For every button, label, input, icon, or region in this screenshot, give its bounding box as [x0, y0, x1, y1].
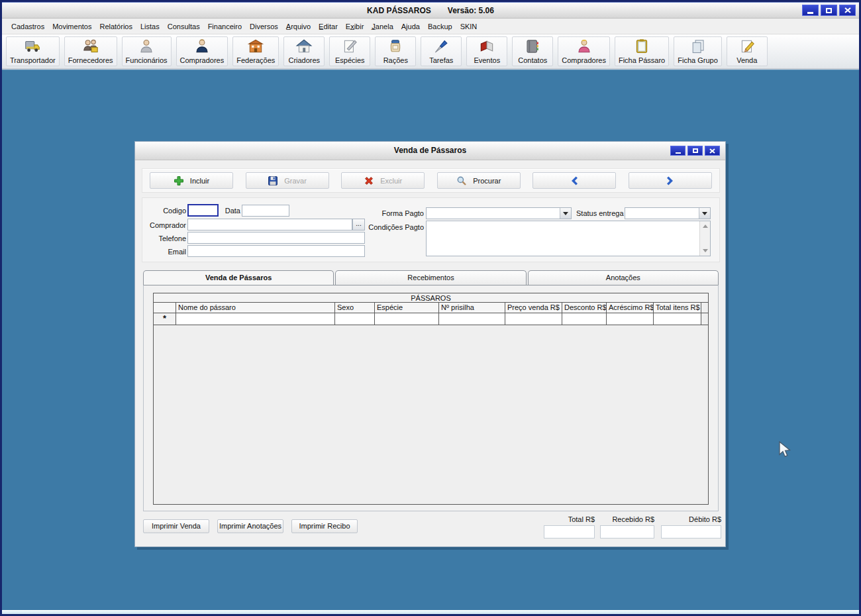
grid-cell[interactable] — [654, 313, 701, 325]
grid-cell[interactable] — [375, 313, 439, 325]
grid-column-header[interactable]: Desconto R$ — [562, 303, 607, 313]
menu-item-relatorios[interactable]: Relatórios — [95, 21, 136, 32]
procurar-button[interactable]: Procurar — [437, 172, 521, 189]
grid-row[interactable]: * — [154, 313, 708, 325]
menu-item-listas[interactable]: Listas — [136, 21, 164, 32]
main-window: KAD PÁSSAROS Versão: 5.06 CadastrosMovim… — [0, 0, 861, 616]
status-bar — [2, 610, 859, 614]
condicoes-pagto-textarea[interactable] — [426, 221, 711, 256]
comprador-browse-button[interactable]: ... — [352, 219, 365, 231]
toolbar-button-ficha-passaro[interactable]: Ficha Pássaro — [615, 36, 669, 66]
telefone-input[interactable] — [187, 232, 365, 244]
grid-cell[interactable] — [176, 313, 335, 325]
dialog-tabs: Venda de PássarosRecebimentosAnotações — [143, 270, 719, 285]
close-button[interactable] — [839, 5, 856, 16]
venda-de-passaros-window: Venda de Pássaros IncluirGravarExcluirPr… — [134, 141, 726, 547]
toolbar-button-ficha-grupo[interactable]: Ficha Grupo — [674, 36, 722, 66]
toolbar-button-label: Compradores — [562, 56, 606, 64]
toolbar-button-label: Criadores — [288, 56, 320, 64]
toolbar-button-compradores[interactable]: Compradores — [176, 36, 228, 66]
red-x-icon — [364, 176, 374, 186]
person-suit-icon — [193, 38, 211, 55]
menu-item-diversos[interactable]: Diversos — [246, 21, 282, 32]
memo-scrollbar[interactable] — [699, 221, 710, 256]
grid-column-header[interactable]: Acréscimo R$ — [607, 303, 654, 313]
grid-header-filler — [701, 303, 708, 313]
gravar-button[interactable]: Gravar — [246, 172, 329, 189]
toolbar-button-compradores-2[interactable]: Compradores — [558, 36, 610, 66]
excluir-button-label: Excluir — [380, 177, 402, 185]
previous-button[interactable] — [532, 172, 616, 189]
recebido-input[interactable] — [600, 525, 654, 539]
menu-item-arquivo[interactable]: A̲rquivo — [282, 21, 315, 32]
excluir-button[interactable]: Excluir — [341, 172, 425, 189]
minimize-button[interactable] — [802, 5, 819, 16]
status-entrega-dropdown-button[interactable] — [699, 208, 710, 219]
scroll-down-button[interactable] — [700, 246, 710, 256]
menu-item-consultas[interactable]: Consultas — [164, 21, 204, 32]
toolbar-button-venda[interactable]: Venda — [727, 36, 768, 66]
grid-column-header[interactable]: Nº prisilha — [439, 303, 505, 313]
menu-item-ajuda[interactable]: Ajuda — [397, 21, 424, 32]
grid-cell[interactable] — [439, 313, 505, 325]
imprimir-anotacoes-button[interactable]: Imprimir Anotações — [217, 519, 283, 533]
email-input[interactable] — [187, 245, 365, 257]
toolbar-button-tarefas[interactable]: Tarefas — [421, 36, 462, 66]
toolbar-button-federacoes[interactable]: Federações — [232, 36, 279, 66]
grid-column-header[interactable]: Sexo — [335, 303, 375, 313]
magnifier-icon — [456, 176, 467, 186]
toolbar-button-eventos[interactable]: Eventos — [466, 36, 507, 66]
tab-anotacoes[interactable]: Anotações — [528, 270, 719, 285]
minimize-icon — [807, 12, 813, 14]
menu-item-exibir[interactable]: Ex̲ibir — [342, 21, 368, 32]
toolbar-button-contatos[interactable]: Contatos — [512, 36, 553, 66]
dialog-close-button[interactable] — [705, 146, 720, 156]
status-entrega-select[interactable] — [625, 207, 711, 219]
forma-pagto-dropdown-button[interactable] — [560, 208, 571, 219]
grid-column-header[interactable]: Preço venda R$ — [505, 303, 562, 313]
grid-cell[interactable] — [562, 313, 607, 325]
next-button[interactable] — [629, 172, 712, 189]
toolbar-button-criadores[interactable]: Criadores — [283, 36, 325, 66]
scroll-up-button[interactable] — [700, 221, 710, 231]
grid-cell[interactable] — [505, 313, 562, 325]
incluir-button[interactable]: Incluir — [150, 172, 233, 189]
data-input[interactable] — [242, 205, 289, 217]
app-version: Versão: 5.06 — [448, 6, 494, 15]
menu-item-financeiro[interactable]: Financeiro — [204, 21, 246, 32]
codigo-input[interactable] — [187, 204, 219, 217]
menu-item-skin[interactable]: SKIN — [456, 21, 481, 32]
passaros-grid[interactable]: PÁSSAROS Nome do pássaroSexoEspécieNº pr… — [153, 293, 709, 505]
grid-column-header[interactable]: Nome do pássaro — [176, 303, 335, 313]
tab-venda-de-passaros[interactable]: Venda de Pássaros — [143, 270, 334, 285]
imprimir-recibo-button[interactable]: Imprimir Recibo — [291, 519, 358, 533]
toolbar-button-especies[interactable]: Espécies — [329, 36, 370, 66]
codigo-label: Codigo — [154, 207, 186, 215]
email-label: Email — [160, 248, 186, 256]
mdi-desktop: Venda de Pássaros IncluirGravarExcluirPr… — [2, 70, 859, 610]
debito-input[interactable] — [661, 525, 721, 539]
dialog-maximize-button[interactable] — [687, 146, 703, 156]
grid-cell[interactable] — [335, 313, 375, 325]
menu-item-janela[interactable]: J̲anela — [368, 21, 397, 32]
grid-column-header[interactable]: Espécie — [375, 303, 439, 313]
comprador-input[interactable] — [187, 219, 352, 231]
toolbar-button-label: Ficha Grupo — [678, 56, 718, 64]
grid-cell[interactable] — [607, 313, 654, 325]
forma-pagto-select[interactable] — [426, 207, 572, 219]
imprimir-venda-button[interactable]: Imprimir Venda — [143, 519, 209, 533]
total-input[interactable] — [544, 525, 595, 539]
toolbar-button-label: Funcionários — [126, 56, 168, 64]
toolbar-button-transportador[interactable]: Transportador — [6, 36, 60, 66]
menu-item-editar[interactable]: E̲ditar — [315, 21, 342, 32]
menu-item-backup[interactable]: Backup — [424, 21, 456, 32]
toolbar-button-fornecedores[interactable]: Fornecedores — [64, 36, 117, 66]
dialog-minimize-button[interactable] — [670, 146, 685, 156]
grid-column-header[interactable]: Total itens R$ — [654, 303, 701, 313]
maximize-button[interactable] — [821, 5, 837, 16]
menu-item-movimentos[interactable]: Movimentos — [48, 21, 95, 32]
menu-item-cadastros[interactable]: Cadastros — [7, 21, 48, 32]
toolbar-button-racoes[interactable]: Rações — [375, 36, 416, 66]
toolbar-button-funcionarios[interactable]: Funcionários — [122, 36, 172, 66]
tab-recebimentos[interactable]: Recebimentos — [335, 270, 526, 285]
